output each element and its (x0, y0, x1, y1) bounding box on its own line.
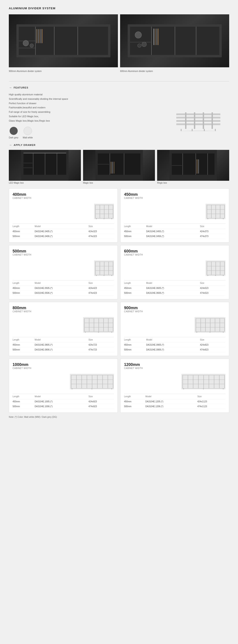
table-header-row: Length Model Size (12, 224, 114, 229)
table-header-row: Length Model Size (12, 337, 114, 342)
svg-rect-16 (151, 27, 152, 55)
spec-width: 400mm (12, 192, 114, 197)
spec-width: 600mm (124, 249, 226, 254)
svg-rect-32 (194, 112, 195, 129)
apply-img-regic (157, 150, 229, 181)
svg-rect-179 (223, 388, 224, 389)
spec-grid-icon (94, 204, 114, 219)
svg-rect-76 (111, 218, 112, 219)
table-row: 500mm DA3104E.0906.(*) 474x823 (124, 347, 226, 352)
apply-item-0: LED Magic box (9, 150, 81, 184)
svg-rect-142 (224, 318, 225, 332)
spec-visual (124, 258, 226, 276)
spec-visual (124, 372, 226, 389)
svg-rect-115 (223, 275, 224, 276)
spec-visual (12, 372, 114, 389)
svg-rect-55 (114, 162, 114, 174)
page-container: ALUMINIUM DIVIDER SYSTEM (0, 0, 238, 425)
svg-rect-52 (98, 164, 109, 164)
svg-rect-31 (185, 112, 187, 129)
col-model: Model (146, 337, 200, 342)
svg-rect-125 (103, 318, 104, 332)
spec-table: Length Model Size 450mm DA3104E.0805.(*)… (12, 337, 114, 352)
svg-rect-7 (36, 29, 37, 43)
svg-rect-34 (212, 112, 213, 129)
spec-subtitle: CABINET WIDTH (12, 310, 114, 313)
svg-rect-101 (104, 275, 104, 276)
svg-rect-141 (220, 318, 220, 332)
col-length: Length (12, 337, 35, 342)
svg-rect-100 (96, 275, 97, 276)
apply-caption-1: Magic box (83, 182, 155, 184)
spec-grid-icon (70, 374, 114, 389)
svg-rect-11 (42, 29, 42, 43)
svg-rect-128 (85, 332, 86, 332)
svg-rect-154 (87, 375, 87, 388)
svg-rect-57 (172, 154, 215, 175)
svg-rect-21 (155, 29, 156, 45)
svg-rect-28 (176, 117, 220, 118)
col-length: Length (124, 224, 146, 229)
svg-rect-23 (158, 29, 158, 45)
spec-subtitle: CABINET WIDTH (124, 254, 226, 256)
svg-rect-176 (224, 375, 225, 388)
spec-card-900: 900mm CABINET WIDTH Length Model Size (120, 302, 229, 356)
svg-rect-27 (176, 114, 220, 115)
page-title: ALUMINIUM DIVIDER SYSTEM (9, 6, 229, 10)
feature-item-0: High quality aluminium material (9, 92, 163, 97)
svg-rect-138 (205, 318, 206, 332)
matt-white-swatch (23, 127, 32, 135)
hero-images (9, 14, 229, 67)
svg-rect-122 (89, 318, 89, 332)
spec-grid-icon (206, 204, 226, 219)
svg-rect-155 (92, 375, 92, 388)
col-size: Size (89, 337, 114, 342)
col-model: Model (35, 394, 88, 399)
svg-rect-97 (104, 262, 104, 275)
col-length: Length (12, 280, 35, 286)
svg-rect-58 (183, 154, 183, 175)
table-row: 500mm DA3104E.0506.(*) 474x423 (12, 290, 114, 295)
table-row: 500mm DA3104E.1206.(*) 474x1123 (124, 404, 226, 409)
svg-rect-162 (111, 388, 112, 389)
svg-rect-70 (100, 205, 100, 218)
svg-rect-44 (57, 154, 57, 175)
apply-img-magic (83, 150, 155, 181)
col-size: Size (200, 280, 226, 286)
svg-rect-111 (220, 262, 220, 275)
spec-subtitle: CABINET WIDTH (124, 197, 226, 199)
apply-caption-2: Regic box (157, 182, 229, 184)
svg-rect-177 (183, 388, 184, 389)
svg-rect-145 (223, 332, 224, 332)
spec-table: Length Model Size 450mm DA3104E.1205.(*)… (124, 394, 226, 409)
col-length: Length (124, 280, 146, 286)
svg-rect-113 (207, 275, 208, 276)
feature-item-4: Full range of size for freely assembling (9, 110, 163, 114)
spec-width: 1200mm (124, 362, 226, 367)
feature-item-6: Glass Magic box,Magic box,Regic box (9, 119, 163, 123)
spec-grid-icon (83, 317, 114, 332)
table-row: 450mm DA3104E.0505.(*) 424x423 (12, 286, 114, 290)
svg-rect-50 (110, 154, 110, 175)
svg-rect-43 (45, 154, 45, 175)
features-image (168, 92, 229, 139)
col-size: Size (200, 224, 226, 229)
svg-rect-73 (113, 205, 113, 218)
svg-point-25 (142, 42, 146, 46)
spec-card-500: 500mm CABINET WIDTH Length Model Size (9, 245, 118, 299)
features-header: → FEATURES (9, 86, 229, 90)
svg-rect-2 (35, 27, 36, 55)
svg-rect-82 (207, 205, 207, 218)
spec-subtitle: CABINET WIDTH (124, 367, 226, 370)
svg-rect-51 (124, 154, 124, 175)
svg-rect-9 (39, 29, 40, 43)
svg-rect-139 (210, 318, 211, 332)
svg-rect-98 (108, 262, 109, 275)
svg-rect-140 (215, 318, 215, 332)
svg-rect-89 (223, 218, 224, 219)
svg-rect-172 (203, 375, 204, 388)
svg-rect-175 (219, 375, 220, 388)
svg-rect-38 (215, 129, 216, 131)
svg-rect-3 (54, 27, 54, 55)
spec-subtitle: CABINET WIDTH (124, 310, 226, 313)
